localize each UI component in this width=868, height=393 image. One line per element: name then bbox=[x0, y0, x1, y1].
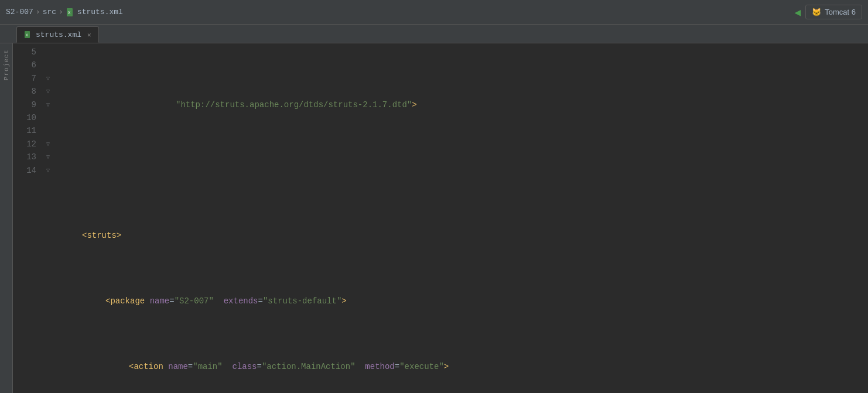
tomcat-icon: 🐱 bbox=[812, 8, 821, 16]
fold-14: ▽ bbox=[42, 164, 54, 177]
fold-6 bbox=[42, 59, 54, 71]
line-num-11: 11 bbox=[19, 124, 36, 137]
fold-13: ▽ bbox=[42, 151, 54, 163]
tab-close-icon[interactable]: ✕ bbox=[87, 31, 91, 39]
line-num-12: 12 bbox=[19, 138, 36, 151]
fold-11 bbox=[42, 124, 54, 137]
fold-12: ▽ bbox=[42, 138, 54, 151]
code-line-6 bbox=[59, 164, 868, 177]
tab-label: struts.xml bbox=[36, 30, 81, 39]
tomcat-label: Tomcat 6 bbox=[825, 8, 856, 16]
line-num-8: 8 bbox=[19, 85, 36, 98]
code-area: 5 6 7 8 9 10 11 12 13 14 ▽ ▽ ▽ ▽ ▽ ▽ bbox=[13, 43, 868, 393]
tab-bar: X struts.xml ✕ bbox=[0, 25, 868, 43]
svg-text:X: X bbox=[26, 33, 28, 37]
title-bar: S2-007 › src › X struts.xml ◀ 🐱 Tomcat 6 bbox=[0, 0, 868, 25]
project-sidebar: Project bbox=[0, 43, 13, 393]
fold-8: ▽ bbox=[42, 85, 54, 98]
xml-file-icon: X bbox=[66, 8, 75, 17]
gutter: ▽ ▽ ▽ ▽ ▽ ▽ bbox=[42, 43, 54, 393]
code-line-9: <action name="main" class="action.MainAc… bbox=[59, 360, 868, 373]
nav-back-icon[interactable]: ◀ bbox=[794, 6, 801, 19]
breadcrumb-project: S2-007 bbox=[6, 8, 33, 16]
line-num-13: 13 bbox=[19, 151, 36, 163]
tab-struts-xml[interactable]: X struts.xml ✕ bbox=[16, 26, 99, 43]
line-numbers: 5 6 7 8 9 10 11 12 13 14 bbox=[13, 43, 42, 393]
project-label: Project bbox=[3, 49, 10, 80]
fold-9: ▽ bbox=[42, 98, 54, 111]
code-line-7: <struts> bbox=[59, 229, 868, 242]
fold-5 bbox=[42, 46, 54, 59]
breadcrumb-src: src bbox=[43, 8, 56, 16]
tab-file-icon: X bbox=[24, 30, 32, 39]
title-bar-right: ◀ 🐱 Tomcat 6 bbox=[794, 5, 862, 19]
code-content[interactable]: "http://struts.apache.org/dtds/struts-2.… bbox=[54, 43, 868, 393]
editor[interactable]: 5 6 7 8 9 10 11 12 13 14 ▽ ▽ ▽ ▽ ▽ ▽ bbox=[13, 43, 868, 393]
tomcat-button[interactable]: 🐱 Tomcat 6 bbox=[805, 5, 862, 19]
line-num-5: 5 bbox=[19, 46, 36, 59]
line-num-7: 7 bbox=[19, 72, 36, 85]
code-line-8: <package name="S2-007" extends="struts-d… bbox=[59, 295, 868, 307]
fold-10 bbox=[42, 111, 54, 124]
line-num-9: 9 bbox=[19, 98, 36, 111]
line-num-14: 14 bbox=[19, 164, 36, 177]
code-line-5: "http://struts.apache.org/dtds/struts-2.… bbox=[59, 98, 868, 111]
line-num-6: 6 bbox=[19, 59, 36, 71]
fold-7: ▽ bbox=[42, 72, 54, 85]
line-num-10: 10 bbox=[19, 111, 36, 124]
breadcrumb: S2-007 › src › X struts.xml bbox=[6, 8, 794, 17]
breadcrumb-file: struts.xml bbox=[77, 8, 123, 16]
